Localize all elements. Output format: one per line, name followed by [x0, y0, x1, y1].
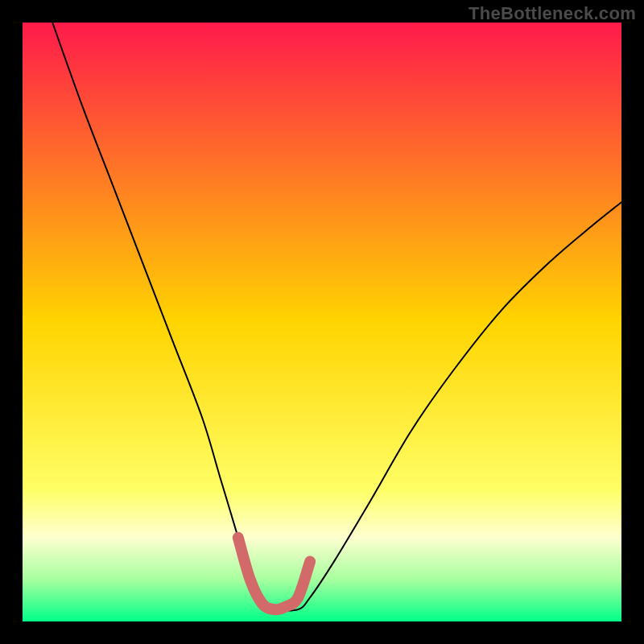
watermark-text: TheBottleneck.com [469, 3, 636, 24]
chart-svg [0, 0, 644, 644]
plot-background [23, 23, 621, 621]
chart-frame: TheBottleneck.com [0, 0, 644, 644]
